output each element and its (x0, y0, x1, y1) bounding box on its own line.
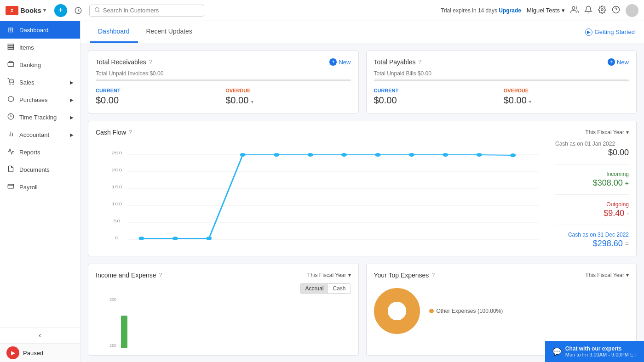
svg-point-36 (307, 153, 313, 157)
sidebar-item-purchases[interactable]: Purchases ▶ (0, 91, 80, 108)
sidebar-item-documents[interactable]: Documents (0, 161, 80, 178)
zoho-logo[interactable]: Z Books ▾ (6, 6, 46, 15)
top-expenses-title: Your Top Expenses ? (374, 272, 435, 279)
sidebar-item-time-tracking[interactable]: Time Tracking ▶ (0, 108, 80, 126)
cashflow-fiscal-select[interactable]: This Fiscal Year ▾ (585, 129, 629, 136)
sidebar-item-items[interactable]: Items (0, 39, 80, 56)
record-button[interactable]: ▶ (6, 346, 19, 359)
ie-fiscal-select[interactable]: This Fiscal Year ▾ (307, 272, 351, 278)
payables-overdue-value: $0.00 ▾ (504, 95, 629, 106)
cash-toggle-btn[interactable]: Cash (328, 284, 350, 293)
legend-dot-other (429, 309, 434, 313)
payables-title: Total Payables ? (374, 58, 422, 66)
tab-recent-updates[interactable]: Recent Updates (138, 21, 201, 43)
cashflow-summary: Cash as on 01 Jan 2022 $0.00 Incoming $3… (551, 141, 629, 249)
sales-icon (6, 78, 15, 86)
svg-point-1 (95, 7, 99, 11)
sidebar-item-reports[interactable]: Reports (0, 143, 80, 161)
receivables-new-button[interactable]: + New (329, 58, 351, 66)
svg-point-35 (274, 153, 279, 157)
logo-chevron-icon[interactable]: ▾ (43, 7, 46, 13)
sidebar-item-accountant[interactable]: Accountant ▶ (0, 126, 80, 143)
top-expenses-fiscal-select[interactable]: This Fiscal Year ▾ (585, 272, 629, 278)
receivables-current: CURRENT $0.00 (96, 88, 221, 106)
cashflow-close-value: $298.60 = (555, 239, 629, 249)
avatar[interactable] (626, 4, 638, 17)
svg-point-34 (240, 153, 246, 157)
user-name: Miguel Tests (527, 7, 560, 14)
items-icon (6, 43, 15, 51)
cashflow-incoming-item: Incoming $308.00 + (555, 171, 629, 188)
cashflow-info-icon[interactable]: ? (129, 129, 132, 136)
payables-card: Total Payables ? + New Total Unpaid Bill… (366, 51, 637, 113)
getting-started-label: Getting Started (595, 28, 635, 35)
receivables-card: Total Receivables ? + New Total Unpaid I… (88, 51, 359, 113)
payables-overdue-chevron-icon[interactable]: ▾ (529, 99, 531, 104)
cashflow-card: Cash Flow ? This Fiscal Year ▾ 0 (88, 121, 637, 256)
receivables-header: Total Receivables ? + New (96, 58, 351, 66)
receivables-overdue-chevron-icon[interactable]: ▾ (251, 99, 253, 104)
receivables-info-icon[interactable]: ? (149, 59, 152, 65)
legend-item-other: Other Expenses (100.00%) (429, 308, 503, 314)
receivables-overdue: OVERDUE $0.00 ▾ (225, 88, 351, 106)
upgrade-link[interactable]: Upgrade (499, 7, 521, 14)
books-logo-text: Books (20, 6, 41, 14)
top-expenses-info-icon[interactable]: ? (431, 272, 435, 278)
help-icon[interactable] (612, 6, 620, 16)
cashflow-outgoing-label: Outgoing (555, 201, 629, 208)
receivables-unpaid-label: Total Unpaid Invoices $0.00 (96, 70, 351, 77)
history-icon[interactable] (72, 4, 85, 17)
purchases-chevron-icon: ▶ (70, 97, 74, 102)
sales-chevron-icon: ▶ (70, 80, 74, 85)
chat-widget[interactable]: 💬 Chat with our experts Mon to Fri 9:00A… (545, 341, 644, 362)
tab-dashboard[interactable]: Dashboard (90, 21, 138, 43)
sidebar-item-banking[interactable]: Banking (0, 56, 80, 74)
svg-text:200: 200 (111, 167, 122, 172)
sidebar-label-payroll: Payroll (19, 184, 38, 191)
user-menu[interactable]: Miguel Tests ▾ (527, 7, 565, 14)
sidebar-collapse-btn[interactable]: ‹ (0, 328, 80, 343)
svg-point-33 (206, 237, 212, 240)
payables-current-value: $0.00 (374, 95, 499, 106)
ie-toggle-area: Accrual Cash (96, 283, 351, 294)
receivables-new-label: New (339, 59, 351, 66)
svg-point-11 (10, 84, 10, 85)
cashflow-open-value: $0.00 (555, 148, 629, 158)
payables-info-icon[interactable]: ? (419, 59, 422, 65)
sidebar-label-documents: Documents (19, 166, 50, 173)
accrual-toggle-btn[interactable]: Accrual (300, 284, 328, 293)
sidebar-item-dashboard[interactable]: ⊞ Dashboard (0, 21, 80, 39)
accountant-icon (6, 130, 15, 139)
search-input[interactable] (103, 7, 199, 14)
receivables-overdue-value: $0.00 ▾ (225, 95, 351, 106)
contacts-icon[interactable] (570, 6, 579, 16)
ie-info-icon[interactable]: ? (159, 272, 162, 278)
notifications-icon[interactable] (584, 6, 592, 16)
svg-point-5 (613, 6, 620, 13)
close-equals-icon: = (625, 240, 629, 248)
ie-y-300: 300 (109, 297, 116, 302)
ie-y-250: 250 (109, 343, 116, 348)
svg-point-42 (510, 153, 516, 157)
content-area: Dashboard Recent Updates ▶ Getting Start… (80, 21, 644, 362)
svg-rect-17 (8, 184, 14, 188)
payables-new-button[interactable]: + New (608, 58, 629, 66)
svg-rect-8 (8, 46, 14, 47)
content-header: Dashboard Recent Updates ▶ Getting Start… (80, 21, 644, 43)
payroll-icon (6, 183, 15, 191)
settings-icon[interactable] (598, 6, 606, 16)
search-box[interactable] (89, 5, 204, 17)
cashflow-close-item: Cash as on 31 Dec 2022 $298.60 = (555, 232, 629, 249)
main-area: ⊞ Dashboard Items Banking (0, 21, 644, 362)
ie-bar-income (121, 316, 127, 348)
sidebar-item-sales[interactable]: Sales ▶ (0, 74, 80, 91)
top-expenses-header: Your Top Expenses ? This Fiscal Year ▾ (374, 272, 629, 279)
add-button[interactable]: + (54, 4, 67, 17)
svg-point-38 (375, 153, 380, 157)
dashboard-icon: ⊞ (6, 26, 15, 34)
svg-point-41 (477, 153, 482, 157)
legend-label-other: Other Expenses (100.00%) (437, 308, 503, 314)
purchases-icon (6, 96, 15, 104)
getting-started-link[interactable]: ▶ Getting Started (585, 28, 635, 36)
sidebar-item-payroll[interactable]: Payroll (0, 178, 80, 196)
